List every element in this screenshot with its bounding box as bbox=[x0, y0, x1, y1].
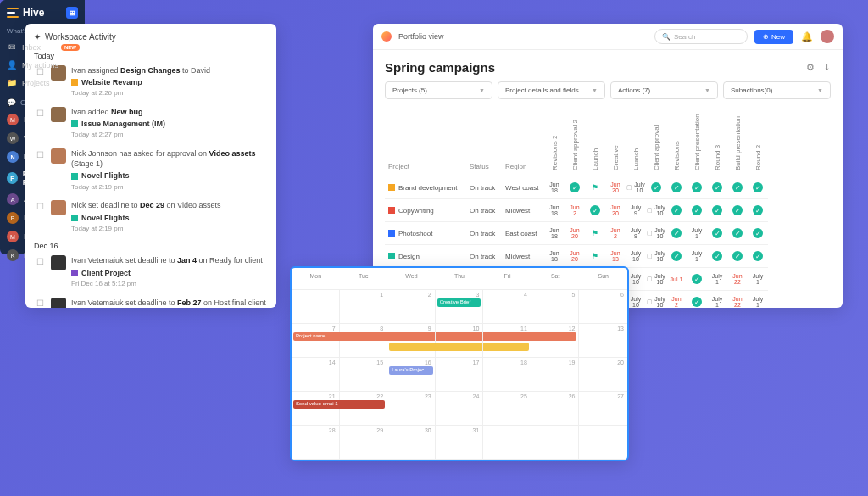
cal-cell[interactable] bbox=[292, 290, 340, 324]
grid-cell[interactable]: Jul 1 bbox=[666, 276, 687, 282]
cal-cell[interactable]: 27 bbox=[579, 392, 627, 426]
cal-cell[interactable]: 19 bbox=[531, 358, 580, 392]
grid-cell[interactable]: ⚑ bbox=[585, 183, 605, 192]
cal-cell[interactable]: 22 bbox=[340, 392, 388, 426]
grid-cell[interactable]: July 8 bbox=[626, 227, 646, 239]
grid-cell[interactable]: ✓ bbox=[707, 205, 727, 215]
cal-cell[interactable]: 11 bbox=[483, 324, 531, 358]
grid-cell[interactable]: ✓ bbox=[666, 182, 687, 192]
download-icon[interactable]: ⤓ bbox=[823, 62, 831, 73]
filter-dropdown[interactable]: Projects (5)▼ bbox=[385, 81, 492, 99]
project-row[interactable]: Copywriting On track Midwest bbox=[385, 198, 544, 221]
cal-cell[interactable]: 9 bbox=[387, 324, 436, 358]
grid-cell[interactable]: ✓ bbox=[707, 182, 727, 192]
grid-cell[interactable]: ⚑ bbox=[585, 252, 605, 260]
cal-cell[interactable]: 31 bbox=[436, 426, 484, 460]
gear-icon[interactable]: ⚙ bbox=[806, 62, 815, 73]
grid-cell[interactable]: July 1 bbox=[748, 273, 768, 285]
grid-cell[interactable]: Jun 18 bbox=[544, 250, 565, 262]
bell-icon[interactable]: 🔔 bbox=[800, 30, 814, 43]
grid-cell[interactable]: July 1 bbox=[707, 296, 727, 308]
filter-dropdown[interactable]: Project details and fields▼ bbox=[498, 81, 605, 99]
grid-cell[interactable]: ▢ July 10 bbox=[646, 227, 666, 239]
cal-cell[interactable]: 23 bbox=[387, 392, 436, 426]
cal-cell[interactable]: 1 bbox=[340, 290, 388, 324]
grid-cell[interactable]: ✓ bbox=[748, 228, 768, 238]
grid-cell[interactable]: ✓ bbox=[707, 228, 727, 238]
cal-cell[interactable]: 15 bbox=[340, 358, 388, 392]
grid-cell[interactable]: Jun 18 bbox=[544, 204, 565, 216]
activity-item[interactable]: ☐ Nick Johnson has asked for approval on… bbox=[34, 148, 268, 192]
activity-item[interactable]: ☐ Ivan added New bug Issue Management (I… bbox=[34, 107, 268, 140]
grid-cell[interactable]: ✓ bbox=[565, 182, 585, 192]
grid-cell[interactable]: ✓ bbox=[585, 205, 605, 215]
project-row[interactable]: Photoshoot On track East coast bbox=[385, 221, 544, 244]
new-button[interactable]: ⊕ New bbox=[754, 30, 793, 44]
cal-cell[interactable]: 16Laura's Projec bbox=[387, 358, 436, 392]
grid-cell[interactable]: July 1 bbox=[687, 250, 707, 262]
grid-cell[interactable]: ✓ bbox=[687, 297, 707, 307]
grid-cell[interactable]: Jun 13 bbox=[605, 250, 626, 262]
grid-cell[interactable]: ✓ bbox=[666, 205, 687, 215]
grid-cell[interactable]: ✓ bbox=[687, 205, 707, 215]
cal-cell[interactable]: 28 bbox=[292, 426, 340, 460]
cal-cell[interactable] bbox=[579, 426, 627, 460]
brand-row[interactable]: Hive ⊞ bbox=[0, 5, 85, 24]
grid-cell[interactable]: Jun 20 bbox=[605, 204, 626, 216]
sidebar-nav-item[interactable]: ✉InboxNEW bbox=[0, 38, 85, 56]
cal-cell[interactable]: 10 bbox=[436, 324, 484, 358]
grid-cell[interactable]: Jun 18 bbox=[544, 181, 565, 193]
grid-cell[interactable]: July 9 bbox=[626, 204, 646, 216]
grid-cell[interactable]: ▢ July 10 bbox=[646, 250, 666, 262]
apps-icon[interactable]: ⊞ bbox=[66, 7, 78, 19]
project-row[interactable]: Brand development On track West coast bbox=[385, 176, 544, 198]
sidebar-nav-item[interactable]: 📁Projects bbox=[0, 74, 85, 92]
grid-cell[interactable]: ✓ bbox=[748, 251, 768, 261]
cal-cell[interactable]: 6 bbox=[579, 290, 627, 324]
grid-cell[interactable]: ✓ bbox=[727, 251, 748, 261]
grid-cell[interactable]: Jun 2 bbox=[666, 296, 687, 308]
grid-cell[interactable]: ▢ July 10 bbox=[646, 296, 666, 308]
cal-cell[interactable]: 25 bbox=[483, 392, 531, 426]
grid-cell[interactable]: July 1 bbox=[707, 273, 727, 285]
cal-cell[interactable]: 21Send value emai 1 bbox=[292, 392, 340, 426]
grid-cell[interactable]: Jun 20 bbox=[565, 227, 585, 239]
cal-cell[interactable] bbox=[483, 426, 531, 460]
cal-cell[interactable]: 20 bbox=[579, 358, 627, 392]
sidebar-nav-item[interactable]: 👤My actions bbox=[0, 56, 85, 74]
grid-cell[interactable]: ✓ bbox=[666, 251, 687, 261]
cal-cell[interactable]: 26 bbox=[531, 392, 580, 426]
grid-cell[interactable]: ✓ bbox=[687, 274, 707, 284]
cal-cell[interactable]: 18 bbox=[483, 358, 531, 392]
activity-item[interactable]: ☐ Ivan Vetemaiuk set deadline to Feb 27 … bbox=[34, 298, 268, 308]
cal-cell[interactable]: 13 bbox=[579, 324, 627, 358]
activity-item[interactable]: ☐ Ivan Vetemaiuk set deadline to Jan 4 o… bbox=[34, 255, 268, 288]
grid-cell[interactable]: ✓ bbox=[748, 205, 768, 215]
cal-event[interactable]: Laura's Projec bbox=[389, 366, 433, 375]
grid-cell[interactable]: ✓ bbox=[687, 182, 707, 192]
grid-cell[interactable]: ✓ bbox=[646, 182, 666, 192]
cal-cell[interactable]: 2 bbox=[387, 290, 436, 324]
cal-cell[interactable]: 8 bbox=[340, 324, 388, 358]
grid-cell[interactable]: ⚑ bbox=[585, 229, 605, 237]
grid-cell[interactable]: ▢ July 10 bbox=[646, 273, 666, 285]
cal-cell[interactable]: 3Creative Brief bbox=[436, 290, 484, 324]
filter-dropdown[interactable]: Subactions(0)▼ bbox=[723, 81, 831, 99]
grid-cell[interactable]: ▢ July 10 bbox=[646, 204, 666, 216]
grid-cell[interactable]: Jun 2 bbox=[565, 204, 585, 216]
cal-cell[interactable]: 7Project name bbox=[292, 324, 340, 358]
grid-cell[interactable]: July 1 bbox=[748, 296, 768, 308]
cal-cell[interactable]: 12 bbox=[531, 324, 580, 358]
grid-cell[interactable]: ▢ July 10 bbox=[626, 181, 646, 193]
grid-cell[interactable]: July 10 bbox=[626, 250, 646, 262]
grid-cell[interactable]: ✓ bbox=[727, 182, 748, 192]
cal-cell[interactable]: 24 bbox=[436, 392, 484, 426]
cal-cell[interactable]: 4 bbox=[483, 290, 531, 324]
cal-cell[interactable] bbox=[531, 426, 580, 460]
grid-cell[interactable]: ✓ bbox=[727, 205, 748, 215]
grid-cell[interactable]: ✓ bbox=[727, 228, 748, 238]
grid-cell[interactable]: ✓ bbox=[666, 228, 687, 238]
grid-cell[interactable]: Jun 22 bbox=[727, 296, 748, 308]
search-input[interactable]: 🔍 Search bbox=[654, 29, 748, 44]
grid-cell[interactable]: July 1 bbox=[687, 227, 707, 239]
